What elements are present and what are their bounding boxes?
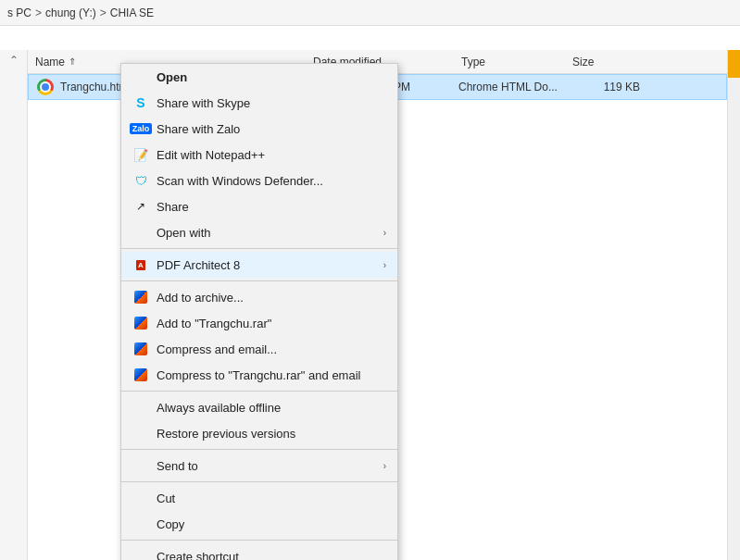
sidebar: ⌃ — [0, 50, 28, 560]
menu-separator — [121, 540, 397, 541]
menu-item-share-zalo[interactable]: ZaloShare with Zalo — [121, 116, 397, 142]
menu-item-label-create-shortcut: Create shortcut — [157, 550, 386, 561]
submenu-arrow-pdf-architect: › — [383, 260, 386, 270]
menu-item-compress-email[interactable]: Compress and email... — [121, 336, 397, 362]
menu-item-label-edit-notepad: Edit with Notepad++ — [157, 148, 386, 162]
defender-icon: 🛡 — [132, 172, 149, 189]
notepad-icon: 📝 — [132, 146, 149, 163]
menu-separator — [121, 481, 397, 482]
menu-item-create-shortcut[interactable]: Create shortcut — [121, 543, 397, 560]
menu-item-label-open-with: Open with — [157, 226, 376, 240]
winrar-icon — [134, 291, 147, 304]
menu-item-label-scan-defender: Scan with Windows Defender... — [157, 174, 386, 188]
share-icon: ↗ — [136, 200, 145, 213]
col-type-header[interactable]: Type — [461, 56, 572, 68]
menu-item-label-share-zalo: Share with Zalo — [157, 122, 386, 136]
scrollbar-thumb[interactable] — [728, 50, 740, 78]
winrar-icon — [132, 289, 149, 305]
menu-item-label-send-to: Send to — [157, 459, 376, 473]
breadcrumb[interactable]: s PC > chung (Y:) > CHIA SE — [0, 0, 740, 26]
menu-item-share[interactable]: ↗Share — [121, 193, 397, 219]
menu-separator — [121, 248, 397, 249]
open-icon — [132, 68, 149, 85]
winrar-icon — [132, 367, 149, 383]
breadcrumb-sep-1: > — [35, 6, 42, 19]
menu-item-label-share: Share — [157, 200, 386, 214]
menu-item-label-restore-versions: Restore previous versions — [157, 427, 386, 441]
winrar-icon — [134, 317, 147, 330]
chrome-icon — [37, 79, 54, 95]
menu-item-add-rar[interactable]: Add to "Trangchu.rar" — [121, 310, 397, 336]
no-icon — [132, 425, 149, 442]
skype-icon: S — [132, 94, 149, 111]
submenu-arrow-open-with: › — [383, 228, 386, 238]
menu-item-label-copy: Copy — [157, 517, 386, 531]
breadcrumb-folder[interactable]: CHIA SE — [110, 6, 154, 19]
no-icon — [132, 224, 149, 241]
menu-item-label-open: Open — [157, 70, 386, 84]
no-icon — [132, 516, 149, 532]
breadcrumb-pc[interactable]: s PC — [7, 6, 31, 19]
notepad-icon: 📝 — [133, 148, 148, 162]
menu-item-send-to[interactable]: Send to› — [121, 453, 397, 479]
menu-separator — [121, 449, 397, 450]
context-menu: OpenSShare with SkypeZaloShare with Zalo… — [120, 63, 398, 560]
menu-item-label-share-skype: Share with Skype — [157, 96, 386, 110]
menu-item-label-always-offline: Always available offline — [157, 401, 386, 415]
menu-item-add-archive[interactable]: Add to archive... — [121, 284, 397, 310]
menu-item-label-cut: Cut — [157, 492, 386, 505]
zalo-icon: Zalo — [130, 123, 153, 134]
menu-item-share-skype[interactable]: SShare with Skype — [121, 90, 397, 116]
menu-item-open[interactable]: Open — [121, 64, 397, 90]
menu-item-edit-notepad[interactable]: 📝Edit with Notepad++ — [121, 142, 397, 168]
menu-item-scan-defender[interactable]: 🛡Scan with Windows Defender... — [121, 168, 397, 193]
explorer-window: s PC > chung (Y:) > CHIA SE ⌃ Name ⇑ Dat… — [0, 0, 740, 560]
menu-item-label-compress-rar-email: Compress to "Trangchu.rar" and email — [157, 368, 386, 382]
menu-item-compress-rar-email[interactable]: Compress to "Trangchu.rar" and email — [121, 362, 397, 388]
menu-item-cut[interactable]: Cut — [121, 485, 397, 511]
menu-separator — [121, 391, 397, 392]
winrar-icon — [132, 315, 149, 331]
file-type: Chrome HTML Do... — [458, 81, 570, 93]
defender-icon: 🛡 — [135, 174, 147, 188]
file-icon — [36, 78, 55, 96]
breadcrumb-sep-2: > — [100, 6, 107, 19]
no-icon — [132, 399, 149, 416]
zalo-icon: Zalo — [132, 120, 149, 137]
winrar-icon — [134, 342, 147, 355]
menu-item-restore-versions[interactable]: Restore previous versions — [121, 420, 397, 446]
pdf-icon: A — [132, 256, 149, 273]
col-size-header[interactable]: Size — [572, 56, 646, 68]
menu-item-open-with[interactable]: Open with› — [121, 219, 397, 245]
menu-item-always-offline[interactable]: Always available offline — [121, 394, 397, 420]
no-icon — [132, 548, 149, 560]
menu-item-copy[interactable]: Copy — [121, 511, 397, 537]
no-icon — [132, 490, 149, 506]
skype-icon: S — [136, 95, 144, 110]
pdf-icon: A — [136, 260, 145, 270]
no-icon — [132, 457, 149, 474]
scrollbar-track[interactable] — [727, 50, 740, 560]
share-icon: ↗ — [132, 198, 149, 215]
menu-item-label-add-archive: Add to archive... — [157, 291, 386, 305]
menu-item-label-compress-email: Compress and email... — [157, 342, 386, 356]
breadcrumb-drive[interactable]: chung (Y:) — [45, 6, 96, 19]
menu-item-label-add-rar: Add to "Trangchu.rar" — [157, 317, 386, 330]
sidebar-chevron: ⌃ — [9, 54, 19, 67]
menu-item-pdf-architect[interactable]: APDF Architect 8› — [121, 252, 397, 278]
sort-arrow: ⇑ — [69, 56, 76, 67]
winrar-icon — [132, 341, 149, 357]
menu-item-label-pdf-architect: PDF Architect 8 — [157, 258, 376, 272]
submenu-arrow-send-to: › — [383, 461, 386, 471]
winrar-icon — [134, 368, 147, 381]
menu-separator — [121, 280, 397, 281]
file-size: 119 KB — [570, 81, 644, 93]
